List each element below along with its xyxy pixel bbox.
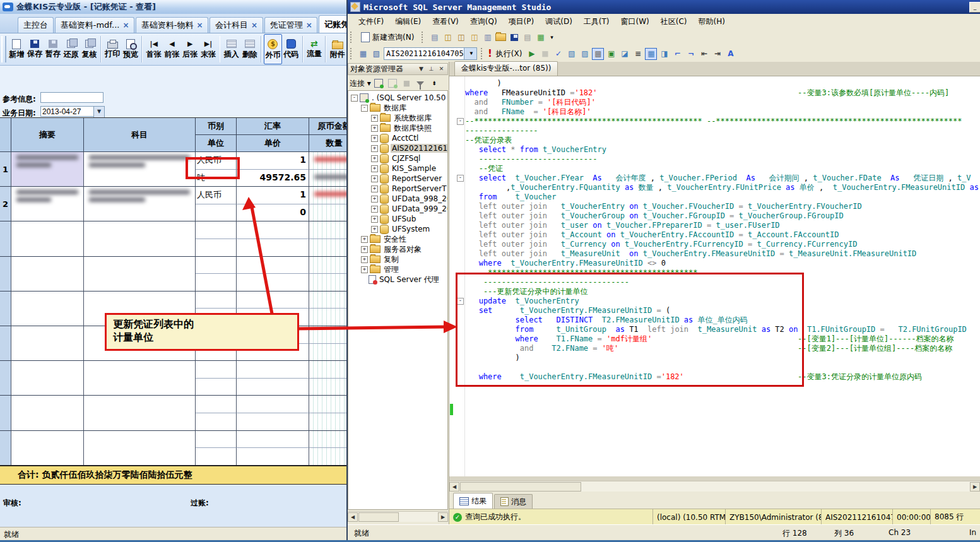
rate-price-cell[interactable] — [237, 257, 309, 274]
amount-quantity-cell[interactable] — [309, 326, 346, 344]
tree-item-ufdata-999-20[interactable]: +UFData_999_20 — [348, 204, 447, 214]
summary-cell[interactable] — [11, 187, 84, 221]
summary-cell[interactable] — [11, 257, 84, 292]
analysis-query-icon[interactable]: ▥ — [481, 32, 493, 44]
amount-quantity-cell[interactable] — [309, 239, 346, 257]
open-folder-icon[interactable] — [495, 32, 507, 44]
tree-item-ufsub[interactable]: +UFSub — [348, 214, 447, 224]
rate-price-cell[interactable]: 49572.65 — [237, 170, 309, 187]
tree-item--[interactable]: +管理 — [348, 264, 447, 274]
tree-item--[interactable]: -数据库 — [348, 103, 447, 113]
rate-price-cell[interactable] — [237, 239, 309, 257]
xmla-query-icon[interactable]: ◫ — [468, 32, 480, 44]
save-icon[interactable] — [508, 32, 520, 44]
menu-c[interactable]: 社区(C) — [655, 15, 693, 29]
currency-unit-cell[interactable]: 吨 — [196, 170, 237, 187]
kis-tab[interactable]: 基础资料-物料× — [136, 17, 208, 33]
menu-h[interactable]: 帮助(H) — [693, 15, 731, 29]
expand-icon[interactable]: - — [361, 105, 368, 112]
kis-toolbar-button-row-delete[interactable]: 删除 — [240, 34, 259, 64]
kis-tab[interactable]: 基础资料-mdf...× — [55, 17, 134, 33]
kis-tab[interactable]: 会计科目× — [210, 17, 263, 33]
object-explorer-hscrollbar[interactable]: ◀ ▶ — [348, 511, 448, 522]
refresh-server-icon[interactable] — [373, 78, 385, 90]
tab-results[interactable]: 结果 — [453, 493, 493, 509]
fold-collapse-icon[interactable]: - — [457, 175, 464, 182]
specify-template-values-icon[interactable]: ▩ — [592, 48, 604, 60]
expand-icon[interactable]: + — [371, 135, 378, 142]
amount-quantity-cell[interactable] — [309, 221, 346, 239]
show-estimated-plan-icon[interactable]: ▧ — [565, 48, 577, 60]
comment-out-lines-icon[interactable]: ⌐ — [671, 48, 683, 60]
tab-close-icon[interactable]: × — [251, 21, 257, 30]
summary-cell[interactable] — [11, 326, 84, 361]
expand-icon[interactable]: + — [371, 216, 378, 223]
scroll-right-icon[interactable]: ▶ — [970, 482, 980, 492]
currency-unit-cell[interactable] — [196, 379, 237, 396]
rate-price-cell[interactable] — [237, 448, 309, 466]
tree-item--[interactable]: +服务器对象 — [348, 244, 447, 254]
amount-quantity-cell[interactable] — [309, 309, 346, 326]
expand-icon[interactable]: - — [351, 95, 358, 102]
menu-q[interactable]: 查询(Q) — [464, 15, 503, 29]
stop-icon[interactable]: ■ — [539, 48, 551, 60]
scroll-left-icon[interactable]: ◀ — [348, 512, 358, 522]
kis-toolbar-button-floppy-dim[interactable]: 暂存 — [44, 34, 62, 64]
connect-button[interactable]: 连接 ▾ — [350, 78, 371, 89]
kis-tab[interactable]: 凭证管理× — [264, 17, 318, 33]
close-icon[interactable]: ✕ — [437, 65, 446, 73]
currency-unit-cell[interactable] — [196, 396, 237, 413]
account-cell[interactable] — [84, 396, 196, 430]
expand-icon[interactable]: + — [371, 196, 378, 203]
summary-cell[interactable] — [11, 152, 84, 187]
kis-toolbar-button-printer[interactable]: 打印 — [103, 34, 122, 64]
currency-unit-cell[interactable] — [196, 413, 237, 431]
editor-hscrollbar[interactable]: ◀ ▶ — [449, 481, 980, 492]
fold-collapse-icon[interactable]: - — [457, 118, 464, 125]
filter-icon[interactable] — [415, 78, 427, 90]
amount-quantity-cell[interactable] — [309, 431, 346, 449]
amount-quantity-cell[interactable] — [309, 361, 346, 379]
tree-item-reportserver[interactable]: +ReportServer — [348, 174, 447, 184]
currency-unit-cell[interactable]: 人民币 — [196, 187, 237, 204]
rate-price-cell[interactable] — [237, 396, 309, 413]
tab-close-icon[interactable]: × — [197, 21, 203, 30]
summary-cell[interactable] — [11, 292, 84, 326]
kis-toolbar-button-pages[interactable]: 复核 — [80, 34, 98, 64]
expand-icon[interactable]: + — [361, 256, 368, 263]
scroll-left-icon[interactable]: ◀ — [449, 482, 459, 492]
currency-unit-cell[interactable] — [196, 239, 237, 257]
execute-button[interactable]: 执行(X) — [493, 49, 525, 59]
business-date-dropdown-icon[interactable]: ▼ — [93, 106, 105, 118]
results-to-grid-icon[interactable]: ▦ — [645, 48, 657, 60]
amount-quantity-cell[interactable] — [309, 292, 346, 309]
rate-price-cell[interactable] — [237, 431, 309, 449]
kis-tab[interactable]: 记账凭证 — [319, 15, 346, 33]
expand-icon[interactable]: + — [371, 206, 378, 213]
scroll-right-icon[interactable]: ▶ — [438, 512, 448, 522]
rate-price-cell[interactable]: 1 — [237, 187, 309, 204]
amount-quantity-cell[interactable] — [309, 152, 346, 170]
currency-unit-cell[interactable] — [196, 292, 237, 309]
rate-price-cell[interactable] — [237, 221, 309, 239]
currency-unit-cell[interactable] — [196, 361, 237, 379]
scroll-thumb[interactable] — [358, 512, 399, 522]
expand-icon[interactable]: + — [371, 155, 378, 162]
editor-results-splitter[interactable] — [449, 476, 980, 481]
currency-unit-cell[interactable] — [196, 448, 237, 466]
currency-unit-cell[interactable] — [196, 257, 237, 274]
amount-quantity-cell[interactable] — [309, 344, 346, 362]
tree-item-acctctl[interactable]: +AcctCtl — [348, 133, 447, 143]
account-cell[interactable] — [84, 361, 196, 396]
parse-check-icon[interactable]: ✓ — [552, 48, 564, 60]
query-designer-icon[interactable]: ▨ — [579, 48, 591, 60]
tree-item--sql-server-10-50[interactable]: -. (SQL Server 10.50 — [348, 93, 447, 103]
database-selector[interactable]: AIS20211216104705▼ — [384, 47, 477, 60]
disconnect-object-explorer-icon[interactable]: ▧ — [370, 48, 382, 60]
kis-toolbar-button-book[interactable]: 代码 — [282, 34, 300, 64]
rate-price-cell[interactable] — [237, 361, 309, 379]
print-icon[interactable]: ▤ — [521, 32, 533, 44]
kis-toolbar-button-new-page[interactable]: 新增 — [8, 34, 26, 64]
tree-item-reportservert[interactable]: +ReportServerT — [348, 184, 447, 194]
account-cell[interactable] — [84, 257, 196, 292]
